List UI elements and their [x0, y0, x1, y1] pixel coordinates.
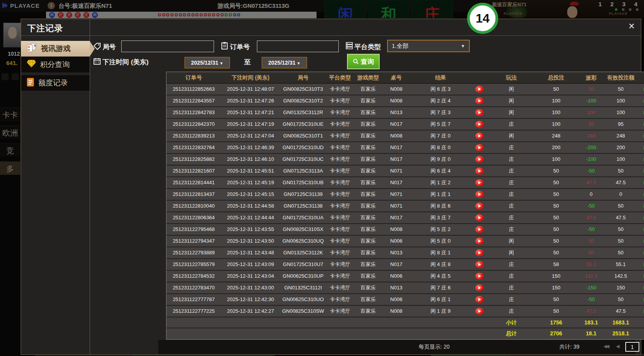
cell-platform: 卡卡湾厅: [326, 294, 354, 305]
cell-round-no: GN01725C310UB: [280, 177, 326, 188]
cell-status: 已派彩: [639, 212, 644, 223]
cards-icon: 9K♥: [27, 43, 37, 53]
cell-play-type: 庄: [490, 177, 533, 188]
replay-icon[interactable]: [475, 97, 484, 104]
cell-play-type: 庄: [490, 294, 533, 305]
sidebar-item-label: 额度记录: [38, 78, 68, 88]
cell-order-no: 251231122777787: [166, 294, 221, 305]
sidebar-item-cards[interactable]: 9K♥ 视讯游戏: [21, 41, 90, 56]
cell-payout: -200: [579, 142, 603, 153]
replay-icon[interactable]: [475, 238, 484, 245]
cell-total-bet: 100: [533, 107, 580, 118]
replay-icon[interactable]: [475, 214, 484, 221]
table-row: 251231122821607 2025-12-31 12:45:51 GN07…: [166, 166, 644, 177]
date-from-picker[interactable]: 2025/12/31▼: [184, 57, 230, 69]
bet-time-label: 下注时间 (美东): [103, 58, 149, 67]
cell-valid-bet: 95: [603, 119, 639, 130]
first-page-icon[interactable]: ◀◀: [603, 344, 608, 349]
cell-game-type: 百家乐: [354, 84, 382, 95]
cell-table-no: N008: [382, 95, 410, 106]
prev-page-icon[interactable]: ◀: [616, 344, 619, 349]
replay-icon[interactable]: [475, 226, 484, 233]
replay-icon[interactable]: [475, 249, 484, 256]
replay-icon[interactable]: [475, 109, 484, 116]
cell-status: 已派彩: [639, 247, 644, 258]
sidebar-item-diamond[interactable]: 积分查询: [21, 57, 90, 72]
cell-valid-bet: 150: [603, 282, 639, 293]
replay-icon[interactable]: [475, 296, 484, 303]
cell-total-bet: 50: [533, 201, 580, 211]
cell-result: 闲 4 庄 8: [410, 259, 471, 270]
cell-total-bet: 100: [533, 119, 580, 130]
cell-platform: 卡卡湾厅: [326, 95, 354, 106]
column-header: 游戏类型: [354, 72, 382, 83]
cell-status: 已派彩: [639, 224, 644, 235]
cell-game-type: 百家乐: [354, 189, 382, 200]
cell-total-bet: 50: [533, 236, 580, 247]
replay-icon[interactable]: [475, 167, 484, 174]
replay-icon[interactable]: [475, 121, 484, 128]
search-button[interactable]: 查询: [347, 54, 379, 69]
cell-game-type: 百家乐: [354, 166, 382, 176]
date-to-picker[interactable]: 2025/12/31▼: [262, 57, 307, 69]
cell-payout: 100: [579, 107, 603, 118]
sidebar-item-document[interactable]: 额度记录: [21, 75, 90, 91]
cell-platform: 卡卡湾厅: [326, 259, 354, 270]
cell-table-no: N006: [382, 271, 410, 282]
cell-order-no: 251231122842370: [166, 119, 221, 130]
cell-round-no: GN00825C310T2: [280, 95, 326, 106]
cell-play-type: 庄: [490, 119, 533, 130]
table-row: 251231122785579 2025-12-31 12:43:09 GN01…: [166, 259, 644, 271]
replay-icon[interactable]: [475, 179, 484, 186]
cell-table-no: N008: [382, 224, 410, 235]
replay-icon[interactable]: [475, 156, 484, 163]
cell-bet-time: 2025-12-31 12:43:48: [221, 247, 280, 258]
cell-payout: 0: [579, 189, 603, 200]
platform-type-select[interactable]: 1.全部 ▼: [387, 40, 470, 52]
cell-order-no: 251231122777225: [166, 306, 221, 317]
cell-game-type: 百家乐: [354, 130, 382, 141]
cell-status: 已派彩: [639, 259, 644, 270]
cell-valid-bet: 50: [603, 84, 639, 95]
column-header: 下注时间 (美东): [221, 72, 280, 83]
replay-icon[interactable]: [475, 86, 484, 93]
cell-round-no: GN00825C310SX: [280, 224, 326, 235]
cell-round-no: GN07125C3113A: [280, 166, 326, 176]
cell-order-no: 251231122821607: [166, 166, 221, 176]
cell-result: 闲 4 庄 5: [410, 271, 471, 282]
replay-icon[interactable]: [475, 191, 484, 198]
screen: PLAYACE 1 台号:极速百家乐N71 游戏局号:GN07125C3113G…: [0, 0, 644, 356]
table-row: 251231122814441 2025-12-31 12:45:19 GN01…: [166, 177, 644, 189]
replay-icon[interactable]: [475, 144, 484, 151]
page-input[interactable]: [625, 342, 639, 352]
subtotal-bet: 1756: [533, 317, 580, 328]
cell-order-no: 251231122839213: [166, 130, 221, 141]
cell-payout: -50: [579, 224, 603, 235]
cell-result: 闲 8 庄 6: [410, 201, 471, 211]
cell-round-no: GN07125C31139: [280, 189, 326, 200]
cell-round-no: GN01725C310UA: [280, 212, 326, 223]
order-no-input[interactable]: [257, 41, 339, 52]
table-row: 251231122852663 2025-12-31 12:48:07 GN00…: [166, 84, 644, 95]
replay-icon[interactable]: [475, 132, 484, 139]
cell-round-no: GN00625C310UO: [280, 294, 326, 305]
cell-game-type: 百家乐: [354, 224, 382, 235]
table-row: 251231122777787 2025-12-31 12:42:30 GN00…: [166, 294, 644, 306]
table-row: 251231122806364 2025-12-31 12:44:44 GN01…: [166, 212, 644, 224]
table-row: 251231122825882 2025-12-31 12:46:10 GN01…: [166, 154, 644, 166]
replay-icon[interactable]: [475, 203, 484, 210]
cell-table-no: N017: [382, 177, 410, 188]
cell-valid-bet: 47.5: [603, 212, 639, 223]
replay-icon[interactable]: [475, 308, 484, 315]
total-bet: 2706: [533, 328, 580, 339]
cell-result: 闲 5 庄 2: [410, 224, 471, 235]
cell-status: 已派彩: [639, 166, 644, 176]
cell-result: 闲 3 庄 7: [410, 212, 471, 223]
cell-round-no: GN01725C310UE: [280, 119, 326, 130]
replay-icon[interactable]: [475, 261, 484, 268]
round-no-input[interactable]: [121, 41, 214, 52]
replay-icon[interactable]: [475, 284, 484, 291]
column-header: 平台类型: [326, 72, 354, 83]
replay-icon[interactable]: [475, 273, 484, 280]
cell-valid-bet: 50: [603, 247, 639, 258]
